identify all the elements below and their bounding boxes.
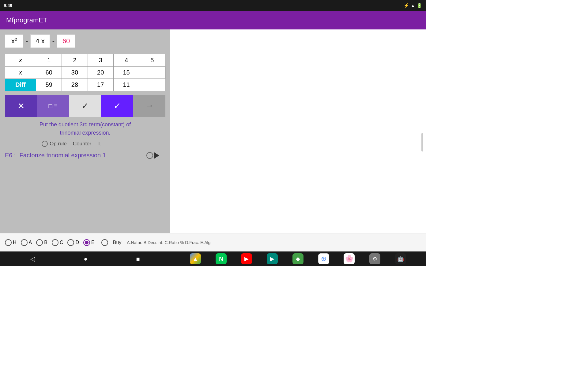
counter-label: Counter [73, 141, 91, 147]
e6-prefix: E6 : [5, 152, 16, 159]
e6-text: Factorize trinomial expression 1 [20, 152, 106, 159]
cell-r3c5: 11 [113, 79, 139, 91]
nav-radio-D[interactable] [67, 239, 74, 246]
settings-icon[interactable]: ⚙ [369, 253, 380, 264]
nav-label-A: A [29, 240, 32, 245]
play-triangle-icon [154, 152, 159, 159]
left-panel: x2 - 4 x - 60 x 1 2 3 4 5 x 60 [0, 29, 170, 233]
cell-r1c4: 3 [88, 54, 113, 67]
photos-icon[interactable]: 🌸 [344, 253, 355, 264]
instruction-text: Put the quotient 3rd term(constant) of t… [5, 121, 165, 137]
cell-r2c5: 15 [113, 67, 139, 79]
eq-term2: 4 x [30, 34, 50, 48]
nav-item-D[interactable]: D [67, 239, 79, 246]
action-buttons: ✕ □ ≡ ✓ ✓ → [5, 95, 165, 117]
status-time: 9:49 [4, 3, 12, 8]
cell-r2c4: 20 [88, 67, 113, 79]
nav-label-B: B [44, 240, 47, 245]
scroll-hint [421, 133, 423, 151]
op-rule-radio[interactable] [42, 141, 48, 147]
cell-r2c6-input[interactable] [139, 67, 165, 79]
nav-item-C[interactable]: C [52, 239, 63, 246]
home-icon[interactable]: ● [84, 255, 87, 263]
nav-radio-H[interactable] [5, 239, 12, 246]
play-circle [146, 152, 153, 159]
android-nav-right: ▲ N ▶ ▶ ◆ ⊕ 🌸 ⚙ 🤖 [170, 253, 426, 264]
eq-op2: - [52, 37, 55, 45]
android-nav-left: ◁ ● ■ [0, 255, 170, 263]
cell-r2c3: 30 [62, 67, 88, 79]
nav-item-H[interactable]: H [5, 239, 17, 246]
cell-r3c3: 28 [62, 79, 88, 91]
cell-r3c2: 59 [36, 79, 62, 91]
android-nav: ◁ ● ■ ▲ N ▶ ▶ ◆ ⊕ 🌸 ⚙ 🤖 [0, 251, 426, 266]
wifi-icon: ▲ [411, 3, 415, 8]
e6-row: E6 : Factorize trinomial expression 1 [5, 151, 165, 160]
youtube-icon[interactable]: ▶ [241, 253, 252, 264]
op-rule-option[interactable]: Op.rule [42, 141, 67, 147]
top-bar: MfprogramET [0, 11, 426, 29]
status-icons: ⚡ ▲ 🔋 [404, 3, 422, 8]
cell-r2c1: x [5, 67, 36, 79]
square-eq-button[interactable]: □ ≡ [37, 95, 69, 117]
status-bar: 9:49 ⚡ ▲ 🔋 [0, 0, 426, 11]
nav-radio-E[interactable] [83, 239, 90, 246]
app-title: MfprogramET [6, 16, 47, 24]
nav-label-D: D [75, 240, 79, 245]
chrome-icon[interactable]: ⊕ [318, 253, 329, 264]
check-button-purple[interactable]: ✓ [101, 95, 133, 117]
cell-r3c6 [139, 79, 165, 91]
data-table: x 1 2 3 4 5 x 60 30 20 15 Diff 59 28 17 … [5, 54, 165, 91]
nav-radio-A[interactable] [21, 239, 28, 246]
cell-r2c2: 60 [36, 67, 62, 79]
buy-radio[interactable] [101, 239, 108, 246]
bottom-nav: H A B C D E Buy A.Natur. B.Deci.Int [0, 233, 426, 251]
bluetooth-icon: ⚡ [404, 3, 409, 8]
nav-radio-C[interactable] [52, 239, 58, 246]
nav-label-H: H [13, 240, 17, 245]
nav-radio-E-inner [85, 241, 89, 244]
t-label: T. [97, 141, 101, 147]
table-row-2: x 60 30 20 15 [5, 67, 165, 79]
buy-label: Buy [113, 240, 122, 245]
op-counter-row: Op.rule Counter T. [5, 141, 165, 147]
arrow-button[interactable]: → [133, 95, 165, 117]
nav-categories: A.Natur. B.Deci.Int. C.Ratio % D.Frac. E… [127, 240, 212, 245]
main-content: x2 - 4 x - 60 x 1 2 3 4 5 x 60 [0, 29, 426, 233]
nav-label-E: E [91, 240, 95, 245]
e6-play-button[interactable] [146, 152, 159, 159]
cell-r3c1-diff: Diff [5, 79, 36, 91]
recent-icon[interactable]: ■ [136, 255, 140, 263]
green-app-icon[interactable]: ◆ [292, 253, 303, 264]
drive-icon[interactable]: ▲ [190, 253, 201, 264]
check-button-gray[interactable]: ✓ [69, 95, 101, 117]
nav-item-A[interactable]: A [21, 239, 32, 246]
noter-icon[interactable]: N [216, 253, 227, 264]
nav-label-C: C [60, 240, 63, 245]
cell-r1c5: 4 [113, 54, 139, 67]
op-rule-label: Op.rule [50, 141, 67, 147]
cell-r1c1: x [5, 54, 36, 67]
battery-icon: 🔋 [417, 3, 422, 8]
buy-section: Buy [101, 239, 122, 246]
android-icon[interactable]: 🤖 [395, 253, 406, 264]
nav-radio-B[interactable] [36, 239, 43, 246]
equation-display: x2 - 4 x - 60 [5, 34, 165, 48]
right-panel [170, 29, 426, 233]
cross-button[interactable]: ✕ [5, 95, 37, 117]
cell-r1c2: 1 [36, 54, 62, 67]
play-store-icon[interactable]: ▶ [267, 253, 278, 264]
nav-item-B[interactable]: B [36, 239, 47, 246]
cell-r1c6: 5 [139, 54, 165, 67]
table-row-1: x 1 2 3 4 5 [5, 54, 165, 67]
cell-r3c4: 17 [88, 79, 113, 91]
eq-term1: x2 [5, 34, 23, 48]
eq-term3: 60 [57, 34, 75, 48]
table-row-3: Diff 59 28 17 11 [5, 79, 165, 91]
nav-radio-group: H A B C D E [5, 239, 95, 246]
cell-r1c3: 2 [62, 54, 88, 67]
back-icon[interactable]: ◁ [30, 255, 35, 263]
nav-item-E[interactable]: E [83, 239, 95, 246]
eq-op1: - [26, 37, 28, 45]
